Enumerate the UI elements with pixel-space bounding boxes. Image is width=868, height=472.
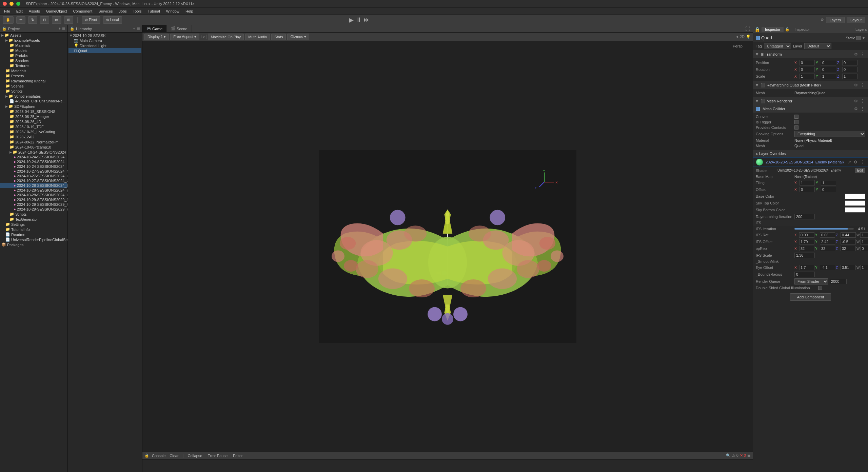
convex-checkbox[interactable] — [794, 115, 798, 119]
hierarchy-quad[interactable]: ◻ Quad — [68, 48, 141, 53]
tree-urp-settings[interactable]: 📄UniversalRenderPipelineGlobalSettings — [0, 237, 67, 242]
pos-z-input[interactable] — [842, 60, 857, 65]
tree-prefabs[interactable]: 📁Prefabs — [0, 53, 67, 58]
tree-tutorialinfo[interactable]: 📁TutorialInfo — [0, 227, 67, 232]
object-active-checkbox[interactable] — [756, 36, 760, 40]
tree-sessions-2023-04[interactable]: 📁2023-04-15_SESSIONS — [0, 109, 67, 114]
object-menu-btn[interactable]: ▾ — [862, 36, 865, 40]
stats-btn[interactable]: Stats — [271, 34, 286, 40]
tiling-x-input[interactable] — [800, 180, 815, 185]
offset-y-input[interactable] — [821, 187, 836, 192]
mesh-filter-settings-icon[interactable]: ⚙ — [853, 83, 859, 87]
mesh-renderer-settings-icon[interactable]: ⚙ — [853, 99, 859, 103]
static-checkbox[interactable] — [856, 36, 861, 40]
mesh-collider-header[interactable]: Mesh Collider ⚙ ⋮ — [753, 105, 868, 113]
menu-gameobject[interactable]: GameObject — [43, 8, 70, 14]
tree-2023-12[interactable]: 📁2023-12-02 — [0, 134, 67, 139]
tree-fighter-2[interactable]: ●2024-10-29-SESSIONS2029_Fighter — [0, 202, 67, 207]
display-button[interactable]: Display 1 ▾ — [144, 34, 169, 40]
layer-select[interactable]: Default — [804, 43, 831, 49]
hierarchy-directional-light[interactable]: 💡 Directional Light — [68, 43, 141, 48]
tree-scripttemplates[interactable]: ▶📁ScriptTemplates — [0, 94, 67, 99]
hierarchy-menu-btn[interactable]: ☰ — [137, 26, 140, 31]
hierarchy-main-camera[interactable]: 📷 Main Camera — [68, 38, 141, 43]
tree-packages[interactable]: 📦Packages — [0, 242, 67, 247]
tree-settings[interactable]: 📁Settings — [0, 222, 67, 227]
menu-assets[interactable]: Assets — [26, 8, 43, 14]
ifs-rot-y[interactable] — [820, 232, 835, 238]
mesh-renderer-header[interactable]: ▶ ⬛ Mesh Renderer ⚙ ⋮ — [753, 97, 868, 105]
tree-models[interactable]: 📁Models — [0, 48, 67, 53]
render-queue-value[interactable] — [830, 279, 847, 284]
tree-tdf[interactable]: 📁2023-10-19_TDF — [0, 124, 67, 129]
aspect-button[interactable]: Free Aspect ▾ — [170, 34, 199, 40]
menu-tutorial[interactable]: Tutorial — [145, 8, 162, 14]
op-rep-z[interactable] — [841, 246, 856, 251]
eye-offset-y[interactable] — [820, 265, 835, 270]
menu-component[interactable]: Component — [70, 8, 95, 14]
rot-y-input[interactable] — [821, 67, 836, 72]
tab-game[interactable]: 🎮 Game — [142, 25, 167, 32]
tree-texgenerator[interactable]: 📁TexGenerator — [0, 217, 67, 222]
eye-offset-z[interactable] — [841, 265, 856, 270]
tree-shaders[interactable]: 📁Shaders — [0, 58, 67, 63]
tree-guardian-2[interactable]: ●2024-10-27-SESSIONS2024_Guardian — [0, 174, 67, 178]
rot-x-input[interactable] — [800, 67, 815, 72]
object-name[interactable]: Quad — [761, 35, 844, 40]
menu-edit[interactable]: Edit — [14, 8, 25, 14]
ifs-offset-w[interactable] — [860, 239, 868, 244]
tree-fighter-3[interactable]: ●2024-10-29-SESSIONS2029_Fighter — [0, 207, 67, 212]
hand-tool[interactable]: ✋ — [3, 16, 14, 24]
tree-sess24-1[interactable]: ●2024-10-24-SESSIONS2024 — [0, 155, 67, 159]
tree-scripts2[interactable]: 📁Scripts — [0, 212, 67, 217]
add-component-button[interactable]: Add Component — [790, 293, 831, 301]
ifs-scale-input[interactable] — [794, 253, 815, 258]
sky-top-color-swatch[interactable] — [845, 200, 865, 206]
eye-offset-w[interactable] — [860, 265, 868, 270]
tree-guardian-1[interactable]: ●2024-10-27-SESSIONS2024_Guardian — [0, 169, 67, 174]
tree-scripts1[interactable]: 📁Scripts — [0, 88, 67, 94]
raymarching-iteration-input[interactable] — [794, 214, 815, 219]
tab-inspector-2[interactable]: Inspector — [791, 27, 813, 32]
ifs-rot-w[interactable] — [860, 232, 868, 238]
transform-settings-icon[interactable]: ⚙ — [853, 52, 859, 57]
console-collapse-btn[interactable]: Collapse — [186, 454, 204, 458]
menu-file[interactable]: File — [1, 8, 13, 14]
mesh-collider-settings-icon[interactable]: ⚙ — [853, 106, 859, 111]
mesh-collider-menu-icon[interactable]: ⋮ — [860, 106, 865, 111]
eye-offset-x[interactable] — [799, 265, 814, 270]
close-button[interactable] — [3, 2, 7, 6]
layout-button[interactable]: Layout — [847, 17, 865, 23]
render-queue-type[interactable]: From Shader — [794, 278, 828, 284]
cooking-options-select[interactable]: Everything — [794, 131, 865, 137]
tiling-y-input[interactable] — [821, 180, 836, 185]
viewport-maximize-icon[interactable]: ⛶ — [745, 26, 750, 32]
tree-exampleassets[interactable]: ▶📁ExampleAssets — [0, 38, 67, 43]
gizmos-btn[interactable]: Gizmos ▾ — [287, 34, 309, 40]
tree-materials2[interactable]: 📁Materials — [0, 68, 67, 73]
scale-z-input[interactable] — [842, 74, 857, 79]
menu-services[interactable]: Services — [96, 8, 115, 14]
layer-overrides-header[interactable]: ▶ Layer Overrides — [753, 150, 868, 157]
material-menu-icon[interactable]: ⋮ — [860, 160, 865, 164]
double-sided-checkbox[interactable] — [818, 286, 822, 290]
ifs-rot-z[interactable] — [841, 232, 856, 238]
scale-tool[interactable]: ⊡ — [40, 16, 49, 24]
mute-btn[interactable]: Mute Audio — [245, 34, 270, 40]
tree-guardian-3[interactable]: ●2024-10-27-SESSIONS2024_Guardian — [0, 178, 67, 183]
move-tool[interactable]: ✛ — [16, 16, 25, 24]
tree-rtcamp[interactable]: 📁2024-10-06-rtcamp10 — [0, 144, 67, 150]
tree-assets[interactable]: ▶📁Assets — [0, 33, 67, 38]
offset-x-input[interactable] — [800, 187, 815, 192]
tree-normalizefm[interactable]: 📁2024-09-22_NormalizeFm — [0, 139, 67, 144]
rotate-tool[interactable]: ↻ — [28, 16, 37, 24]
console-errorpause-btn[interactable]: Error Pause — [206, 454, 229, 458]
tree-livecoding[interactable]: 📁2023-10-29_LiveCoding — [0, 129, 67, 134]
tree-enemy-1[interactable]: ●2024-10-28-SESSIONS2024_Enemy — [0, 183, 67, 188]
pause-button[interactable]: ⏸ — [356, 16, 362, 23]
tab-inspector-1[interactable]: Inspector — [762, 27, 784, 32]
material-open-icon[interactable]: ↗ — [847, 160, 852, 164]
op-rep-w[interactable] — [860, 246, 868, 251]
project-add-btn[interactable]: + — [59, 26, 61, 31]
maximize-button[interactable] — [16, 2, 20, 6]
